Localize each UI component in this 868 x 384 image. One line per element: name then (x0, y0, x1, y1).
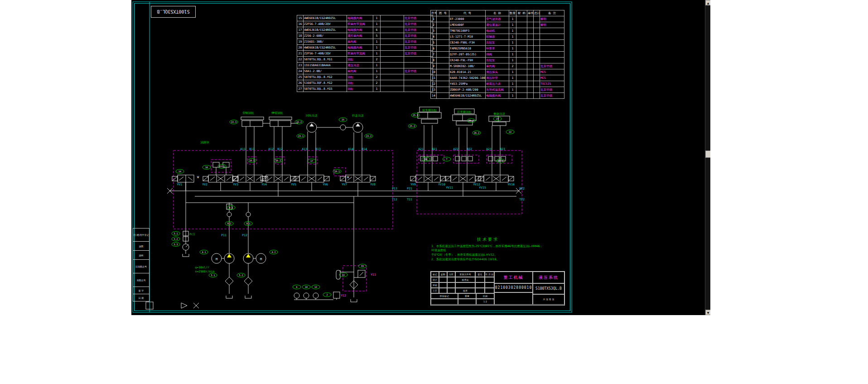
bom-cell: 1 (373, 21, 381, 27)
port-label: A22 (453, 147, 458, 151)
bom-cell (404, 80, 433, 86)
bom-cell (534, 93, 540, 99)
tech-line: 2、系统油液清洁度等级应不低于ISO4406 19/16。 (431, 258, 545, 262)
bom-cell: 20 (297, 45, 304, 51)
plot-marks (146, 302, 199, 309)
bom-row: 8CRJ40-F9L-F9H齿轮泵1 (431, 58, 564, 63)
port-label: YV10 (438, 183, 445, 186)
port-label: YV7 (342, 183, 347, 186)
bom-cell (437, 16, 449, 22)
bom-cell: 21 (297, 51, 304, 57)
port-label: A12 (268, 147, 274, 151)
bom-cell: 油缸 (347, 80, 373, 86)
bom-row: 144WE6H61B/CG24N9Z5L电磁换向阀1北京华德 (431, 93, 564, 99)
port-label: A14 (348, 147, 353, 151)
cad-viewport[interactable]: 22.322.223.12523.225.325.226.126.2272214… (131, 0, 710, 315)
svg-text:2: 2 (326, 293, 328, 296)
svg-text:26.2: 26.2 (474, 131, 479, 134)
bom-row: 231551S0A631BAAAA液压马达1 (297, 63, 433, 68)
bom-cell: 2 (431, 22, 437, 28)
svg-text:3.1: 3.1 (174, 232, 178, 235)
bom-cell (534, 34, 540, 40)
bom-cell: TM078G100P3 (449, 28, 486, 34)
port-label: P22 (519, 187, 525, 190)
port-label: YV5 (291, 183, 296, 186)
balloon-label: 3.3 (172, 243, 180, 247)
round-component (294, 293, 299, 298)
titleblock-cell: 重量 (458, 293, 476, 299)
bom-cell: EF-23000 (449, 16, 486, 22)
titleblock-cell: 阶段标记 (431, 293, 458, 299)
valve-group-box (174, 151, 393, 229)
bom-cell (527, 46, 534, 52)
bom-cell (534, 58, 540, 63)
bom-cell (404, 74, 433, 80)
bom-cell: LS-1271-T-M10 (449, 34, 486, 40)
balloon-label: 27 (493, 117, 502, 121)
titleblock-drawing-number: 02100302880010 (494, 283, 533, 292)
bom-cell: CBJ40-F90L-F3H (449, 40, 486, 46)
port-label: YV1 (177, 183, 182, 186)
bom-cell: 空气滤清器 (486, 16, 509, 22)
bom-row: 3TM078G100P3电动机1 (431, 28, 564, 34)
bom-cell (534, 40, 540, 46)
bom-cell: 5 (373, 33, 381, 39)
component-name-label: q=10ml/r (195, 266, 209, 269)
svg-text:22: 22 (509, 131, 511, 133)
bom-row: 4LS-1271-T-M10联轴器1 (431, 34, 564, 40)
bom-cell (527, 75, 534, 81)
balloon-label: 23.1 (297, 134, 305, 138)
bom-cell: 16 (297, 21, 304, 27)
bom-cell (527, 16, 534, 22)
svg-text:4.2: 4.2 (271, 251, 275, 253)
balloon-label: 15.1 (218, 165, 226, 169)
port-label: YV16 (507, 183, 515, 186)
bom-cell: 双单向节流阀 (347, 21, 373, 27)
vertical-scrollbar[interactable]: ▲ ▼ (705, 0, 710, 315)
titleblock-cell (475, 288, 485, 293)
bom-cell (404, 57, 433, 63)
bom-cell: Z1S6D1-30B/ (304, 39, 347, 45)
margin-label: 旧底图总号 (133, 260, 149, 273)
component-body (492, 122, 506, 126)
bom-cell: 北京华德 (404, 68, 433, 74)
balloon-label: 13 (358, 264, 366, 268)
svg-text:26.1: 26.1 (468, 119, 474, 122)
scroll-down-button[interactable]: ▼ (705, 310, 710, 315)
component-name-label: 油路块 (200, 141, 209, 144)
component-body (418, 112, 441, 118)
bom-header-cell: 图 号 (437, 10, 449, 16)
tech-requirements-lines: 1、本系统液压油工作温度范围为-25℃到65℃，推荐采用46号抗磨液压油L-HM… (431, 244, 545, 262)
balloon-label: 3.1 (172, 232, 180, 236)
component-name-label: 回转马达 (306, 114, 318, 117)
svg-text:25: 25 (342, 118, 344, 121)
bom-cell: 23 (297, 63, 304, 68)
balloon-label: 26.2 (473, 131, 481, 135)
bom-cell (437, 34, 449, 40)
directional-valve (445, 175, 481, 182)
bom-cell: 620.01014.21 (449, 69, 486, 75)
round-component (227, 212, 231, 217)
margin-label: 签 字 (133, 287, 149, 294)
port-label: B11 (249, 147, 255, 151)
scrollbar-thumb[interactable] (705, 151, 710, 158)
bom-table-left: 154WE6E61B/CG24N9Z5L电磁换向阀1北京华德16Z2FS6-7-… (297, 15, 433, 92)
svg-text:5.1: 5.1 (211, 274, 215, 277)
bom-cell: 1 (509, 58, 516, 63)
bom-header-cell: 名 称 (486, 10, 509, 16)
bom-row: 1EF-23000空气滤清器1黎明 (431, 16, 564, 22)
component-body (242, 121, 263, 126)
bom-cell (381, 39, 404, 45)
bom-header-cell: 材 料 (516, 10, 527, 16)
bom-cell (527, 34, 534, 40)
titleblock-drawing-code: S100TXS3QL.B (533, 283, 564, 294)
scroll-up-button[interactable]: ▲ (705, 0, 710, 5)
bom-row: 19Z1S6D1-30B/单向阀1北京华德 (297, 39, 433, 45)
svg-text:19.1: 19.1 (334, 170, 340, 173)
bom-cell: 耐震压力表 (486, 81, 509, 87)
bom-cell: 10 (431, 69, 437, 75)
bom-table-right: 序号图 号代 号名 称数量材 料单件总计备 注1EF-23000空气滤清器1黎明… (430, 10, 564, 99)
port-label: A11 (240, 147, 246, 151)
bom-cell: 17 (297, 27, 304, 33)
bom-cell (540, 40, 564, 46)
